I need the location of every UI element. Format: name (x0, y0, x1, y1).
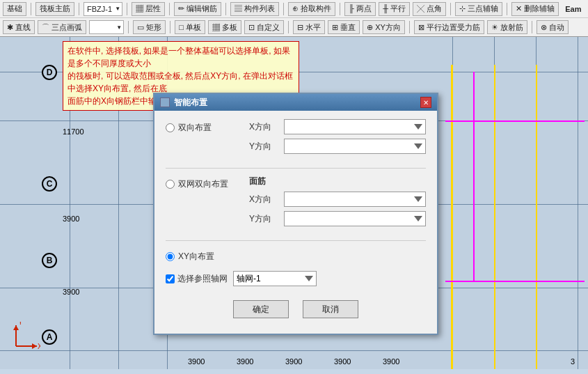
eam-label: Eam (562, 2, 585, 16)
custom-btn[interactable]: ⊡ 自定义 (244, 20, 284, 34)
vertical-btn[interactable]: ⊞ 垂直 (328, 20, 360, 34)
dialog-footer: 选择参照轴网 轴网-1 (166, 268, 426, 292)
bidirectional-radio[interactable] (166, 123, 175, 132)
layer-btn[interactable]: ▦ 层性 (132, 2, 165, 16)
rect-btn[interactable]: ▭ 矩形 (133, 20, 166, 34)
modal-overlay: 智能布置 ✕ 双向布置 X方向 (0, 37, 588, 369)
parallel-btn[interactable]: ╫ 平行 (379, 2, 410, 16)
autodistrib-btn[interactable]: ⊗ 自动 (537, 20, 569, 34)
title-area: 智能布置 (160, 97, 207, 109)
bidirectional-fields: X方向 Y方向 (249, 119, 426, 158)
sep (340, 3, 340, 15)
bidirectional-radio-label[interactable]: 双向布置 (166, 122, 249, 134)
dialog-buttons: 确定 取消 (166, 300, 426, 325)
threearc-btn[interactable]: ⌒ 三点画弧 (38, 20, 86, 34)
sep (409, 21, 410, 33)
y-dir-select-1[interactable] (284, 139, 426, 154)
angle-btn[interactable]: ╳ 点角 (413, 2, 446, 16)
radio-col-3: XY向布置 (166, 248, 249, 263)
sep (507, 3, 507, 15)
line-btn[interactable]: ✱ 直线 (3, 20, 35, 34)
pickcomp-btn[interactable]: ⊕ 拾取构件 (288, 2, 335, 16)
field-row-x2: X方向 (249, 192, 426, 207)
option-double-row: 双网双向布置 面筋 X方向 Y方向 (166, 176, 426, 231)
sep (532, 21, 532, 33)
arc-dropdown[interactable] (89, 20, 124, 34)
checkbox-label[interactable]: 选择参照轴网 (166, 273, 228, 285)
xy-radio[interactable] (166, 252, 175, 261)
sep (450, 3, 451, 15)
divider-2 (166, 240, 426, 241)
x-dir-label-1: X方向 (249, 121, 284, 133)
base-btn[interactable]: 基础 (3, 2, 26, 16)
smart-layout-dialog: 智能布置 ✕ 双向布置 X方向 (153, 93, 438, 335)
sep (128, 21, 129, 33)
sep (79, 3, 79, 15)
radio-col-1: 双向布置 (166, 119, 249, 134)
double-radio[interactable] (166, 180, 175, 189)
y-dir-label-2: Y方向 (249, 213, 284, 225)
y-dir-label-1: Y方向 (249, 141, 284, 153)
xy-label: XY向布置 (178, 251, 214, 263)
editrebar-btn[interactable]: ✏ 编辑钢筋 (174, 2, 221, 16)
multiboard-btn[interactable]: ▦ 多板 (208, 20, 241, 34)
complist-btn[interactable]: ▤ 构件列表 (230, 2, 279, 16)
singleboard-btn[interactable]: □ 单板 (175, 20, 205, 34)
cad-canvas: 在软件中, 选择筏板, 如果是一个整体基础可以选择单板, 如果是多个不同厚度或大… (0, 37, 588, 369)
dialog-titlebar: 智能布置 ✕ (154, 94, 437, 111)
y-dir-select-2[interactable] (284, 211, 426, 226)
face-rebar-label: 面筋 (249, 176, 426, 187)
checkbox-text: 选择参照轴网 (177, 273, 228, 285)
double-fields: 面筋 X方向 Y方向 (249, 176, 426, 231)
x-dir-label-2: X方向 (249, 194, 284, 205)
floorboard-btn[interactable]: 筏板主筋 (35, 2, 74, 16)
field-row-y2: Y方向 (249, 211, 426, 226)
xy-radio-label[interactable]: XY向布置 (166, 251, 249, 263)
dialog-body: 双向布置 X方向 Y方向 (154, 111, 437, 334)
radial-btn[interactable]: ☀ 放射筋 (487, 20, 527, 34)
option-xy-row: XY向布置 (166, 248, 426, 263)
sep (31, 3, 31, 15)
xydirection-btn[interactable]: ⊕ XY方向 (363, 20, 405, 34)
ref-axis-checkbox[interactable] (166, 274, 175, 283)
horizontal-btn[interactable]: ⊟ 水平 (293, 20, 325, 34)
option-bidirectional-row: 双向布置 X方向 Y方向 (166, 119, 426, 158)
toolbar-row-2: ✱ 直线 ⌒ 三点画弧 ▭ 矩形 □ 单板 ▦ 多板 ⊡ 自定义 ⊟ 水平 ⊞ … (0, 18, 588, 36)
toolbar-row-1: 基础 筏板主筋 FBZJ-1 ▦ 层性 ✏ 编辑钢筋 ▤ 构件列表 ⊕ 拾取构件… (0, 0, 588, 18)
deleteaxis-btn[interactable]: ✕ 删除辅轴 (511, 2, 559, 16)
divider-1 (166, 168, 426, 169)
double-label: 双网双向布置 (178, 178, 228, 190)
parallelbend-btn[interactable]: ⊠ 平行边置受力筋 (414, 20, 484, 34)
sep (127, 3, 127, 15)
x-dir-select-2[interactable] (284, 192, 426, 207)
x-dir-select-1[interactable] (284, 119, 426, 134)
sep (170, 21, 170, 33)
cancel-btn[interactable]: 取消 (303, 300, 358, 318)
field-row-y1: Y方向 (249, 139, 426, 154)
dialog-title: 智能布置 (174, 97, 207, 109)
code-dropdown[interactable]: FBZJ-1 (84, 2, 122, 16)
sep (169, 3, 170, 15)
sep (283, 3, 284, 15)
sep (225, 3, 226, 15)
axis-select[interactable]: 轴网-1 (233, 271, 317, 286)
sep (288, 21, 289, 33)
bidirectional-label: 双向布置 (178, 122, 212, 134)
radio-col-2: 双网双向布置 (166, 176, 249, 190)
dialog-icon (160, 98, 170, 107)
double-radio-label[interactable]: 双网双向布置 (166, 178, 249, 190)
twopoints-btn[interactable]: ╟ 两点 (344, 2, 376, 16)
field-row-x1: X方向 (249, 119, 426, 134)
dialog-close-btn[interactable]: ✕ (420, 97, 431, 108)
threeaxis-btn[interactable]: ⊹ 三点辅轴 (455, 2, 502, 16)
confirm-btn[interactable]: 确定 (233, 300, 289, 318)
